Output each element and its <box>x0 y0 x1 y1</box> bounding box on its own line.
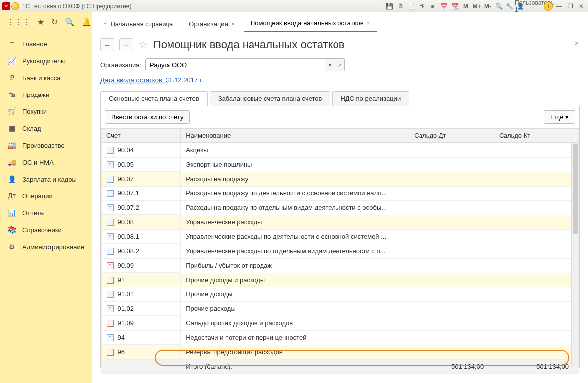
minimize-button[interactable]: — <box>555 2 564 11</box>
account-name: Прочие расходы <box>181 301 409 316</box>
calendar-icon[interactable]: 📅 <box>439 2 448 11</box>
close-icon[interactable]: × <box>231 21 235 28</box>
restore-button[interactable]: ❐ <box>566 2 575 11</box>
forward-button[interactable]: → <box>119 38 133 51</box>
sidebar-label: Зарплата и кадры <box>22 176 77 183</box>
calc-icon[interactable]: 🖩 <box>428 2 437 11</box>
org-input[interactable] <box>146 61 325 69</box>
date-icon[interactable]: 📆 <box>450 2 459 11</box>
tab-organizations[interactable]: Организации× <box>182 15 242 32</box>
info-icon[interactable]: i <box>544 2 553 11</box>
sidebar-item[interactable]: 📈Руководителю <box>0 52 92 69</box>
tab-assistant[interactable]: Помощник ввода начальных остатков× <box>244 14 377 32</box>
sidebar-item[interactable]: 🏭Производство <box>0 137 92 154</box>
history-icon[interactable]: ↻ <box>51 17 58 27</box>
account-name: Недостачи и потери от порчи ценностей <box>181 330 409 345</box>
page-close-button[interactable]: × <box>575 39 579 47</box>
user-label[interactable]: Пользователь 1 <box>530 2 539 11</box>
save-icon[interactable]: 💾 <box>385 2 394 11</box>
table-row[interactable]: T90.08.1Управленческие расходы по деятел… <box>101 229 579 244</box>
credit-cell <box>494 287 579 301</box>
table-row[interactable]: T90.08Управленческие расходы <box>101 215 579 229</box>
sidebar-item[interactable]: ДтОперации <box>0 188 92 204</box>
sidebar-item[interactable]: ▦Склад <box>0 120 92 137</box>
sidebar-item[interactable]: ≡Главное <box>0 35 92 52</box>
credit-cell <box>494 215 579 229</box>
m-minus-button[interactable]: M- <box>483 2 492 11</box>
compare-icon[interactable]: 🗗 <box>418 2 426 11</box>
table-row[interactable]: T91.09Сальдо прочих доходов и расходов <box>101 316 579 330</box>
bell-icon[interactable]: 🔔 <box>82 17 91 27</box>
close-icon[interactable]: × <box>367 20 370 27</box>
table-row[interactable]: T90.07.2Расходы на продажу по отдельным … <box>101 200 579 215</box>
sidebar-item[interactable]: 📊Отчеты <box>0 204 92 221</box>
open-button[interactable]: ↗ <box>335 59 344 71</box>
table-row[interactable]: T90.08.2Управленческие расходы по отдель… <box>101 244 579 258</box>
subtab-nds[interactable]: НДС по реализации <box>332 91 409 106</box>
sidebar-item[interactable]: 🚚ОС и НМА <box>0 154 92 171</box>
sidebar-label: Справочники <box>22 226 62 234</box>
account-name: Управленческие расходы по деятельности с… <box>181 229 409 244</box>
close-button[interactable]: ✕ <box>577 2 586 11</box>
sidebar-label: ОС и НМА <box>22 159 54 166</box>
table-row[interactable]: T91.01Прочие доходы <box>101 287 579 301</box>
table-row[interactable]: T90.09Прибыль / убыток от продаж <box>101 258 579 273</box>
col-account[interactable]: Счет <box>101 129 181 143</box>
search-icon[interactable]: 🔍 <box>65 17 75 27</box>
scrollbar-thumb[interactable] <box>573 144 578 234</box>
sidebar: ≡Главное📈Руководителю₽Банк и касса🛍Прода… <box>0 32 92 383</box>
account-name: Прибыль / убыток от продаж <box>181 258 409 273</box>
table-row[interactable]: T90.07Расходы на продажу <box>101 172 579 186</box>
account-name: Акцизы <box>181 143 409 158</box>
org-select[interactable]: ▼ ↗ <box>145 58 345 71</box>
table-row[interactable]: T90.05Экспортные пошлины <box>101 157 579 172</box>
apps-icon[interactable]: ⋮⋮⋮ <box>6 17 30 27</box>
col-credit[interactable]: Сальдо Кт <box>494 129 579 143</box>
org-label: Организация: <box>100 61 141 69</box>
table-row[interactable]: T94Недостачи и потери от порчи ценностей <box>101 330 579 345</box>
m-plus-button[interactable]: M+ <box>472 2 481 11</box>
total-debit: 501 134,00 <box>409 360 494 374</box>
table-area: Ввести остатки по счету Еще ▾ Счет Наиме… <box>100 106 580 368</box>
sidebar-item[interactable]: 👤Зарплата и кадры <box>0 171 92 188</box>
table-row[interactable]: T90.07.1Расходы на продажу по деятельнос… <box>101 186 579 200</box>
subtab-offbalance[interactable]: Забалансовые счета плана счетов <box>210 91 331 106</box>
sidebar-label: Администрирование <box>22 243 84 251</box>
favorite-star-icon[interactable]: ☆ <box>138 38 148 51</box>
account-code: 91.01 <box>118 290 134 298</box>
tools-icon[interactable]: 🔧 <box>505 2 514 11</box>
m-button[interactable]: M <box>461 2 470 11</box>
table-row[interactable]: T90.04Акцизы <box>101 143 579 158</box>
account-code: 91.09 <box>118 319 134 327</box>
sidebar-item[interactable]: 📚Справочники <box>0 221 92 238</box>
more-button[interactable]: Еще ▾ <box>544 110 575 124</box>
tab-home[interactable]: Начальная страница <box>96 15 180 32</box>
sidebar-item[interactable]: ₽Банк и касса <box>0 69 92 86</box>
subtab-main-accounts[interactable]: Основные счета плана счетов <box>100 91 208 106</box>
sidebar-item[interactable]: ⚙Администрирование <box>0 238 92 255</box>
account-icon: T <box>107 190 114 197</box>
table-row[interactable]: T91Прочие доходы и расходы <box>101 273 579 287</box>
dropdown-icon[interactable] <box>11 2 19 10</box>
account-code: 94 <box>118 334 125 341</box>
doc-icon[interactable]: 📄 <box>407 2 416 11</box>
sidebar-icon: ≡ <box>7 40 16 48</box>
sidebar-item[interactable]: 🛒Покупки <box>0 103 92 120</box>
debit-cell <box>409 287 494 301</box>
table-row[interactable]: T91.02Прочие расходы <box>101 301 579 316</box>
enter-balance-button[interactable]: Ввести остатки по счету <box>105 110 190 124</box>
col-debit[interactable]: Сальдо Дт <box>409 129 494 143</box>
star-icon[interactable]: ★ <box>37 17 44 27</box>
titlebar: 1e 1С тестовая с ОКОФ (1С:Предприятие) 💾… <box>0 0 588 12</box>
date-link[interactable]: Дата ввода остатков: 31.12.2017 г. <box>100 76 203 84</box>
print-icon[interactable]: 🖶 <box>396 2 405 11</box>
back-button[interactable]: ← <box>100 38 114 51</box>
col-name[interactable]: Наименование <box>181 129 409 143</box>
sidebar-item[interactable]: 🛍Продажи <box>0 86 92 103</box>
zoom-icon[interactable]: 🔍 <box>494 2 503 11</box>
top-tabs: Начальная страница Организации× Помощник… <box>92 12 588 32</box>
dropdown-button[interactable]: ▼ <box>325 59 335 71</box>
vertical-scrollbar[interactable] <box>571 143 579 367</box>
table-row[interactable]: T96Резервы предстоящих расходов <box>101 345 579 360</box>
account-icon: T <box>107 219 114 226</box>
